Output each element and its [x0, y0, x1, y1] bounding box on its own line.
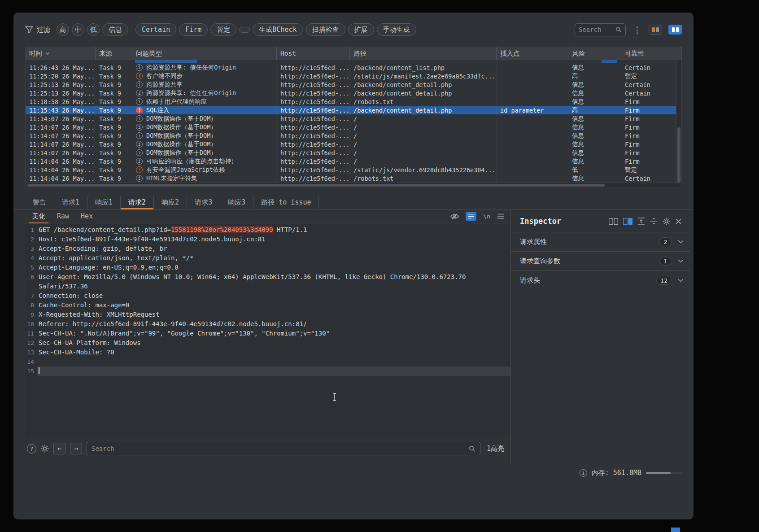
severity-filter-medium[interactable]: 中 [72, 23, 84, 36]
editor-line[interactable]: 12Sec-CH-UA-Platform: Windows [25, 338, 510, 348]
severity-filter-high[interactable]: 高 [57, 23, 69, 36]
editor-line[interactable]: 2Host: c1e5f6ed-891f-443e-9f40-4e59134d7… [25, 235, 510, 244]
editor-line[interactable]: 8Cache-Control: max-age=0 [25, 301, 510, 310]
editor-line[interactable]: 13Sec-CH-UA-Mobile: ?0 [25, 348, 510, 357]
filter-overflow-pill[interactable] [239, 27, 250, 33]
layout-toggle-horizontal-button[interactable] [649, 25, 662, 35]
cell-source: Task 9 [96, 114, 132, 123]
table-vertical-scrollbar-thumb[interactable] [677, 127, 680, 183]
filter-icon[interactable] [25, 26, 33, 34]
severity-filter-info[interactable]: 信息 [102, 23, 128, 36]
issue-row[interactable]: 11:26:43 26 May...Task 9i跨源资源共享: 信任任何Ori… [26, 63, 676, 72]
column-header-confidence[interactable]: 可靠性 [621, 47, 681, 60]
layout-toggle-vertical-button[interactable] [668, 25, 682, 35]
editor-settings-icon[interactable] [41, 445, 49, 453]
editor-line[interactable]: 11Sec-CH-UA: ".Not/A)Brand";v="99", "Goo… [25, 329, 510, 338]
editor-line[interactable]: 5Accept-Language: en-US;q=0.9,en;q=0.8 [25, 263, 510, 272]
issue-row[interactable]: 11:25:13 26 May...Task 9i跨源资源共享: 信任任何Ori… [26, 89, 676, 97]
issue-row[interactable]: 11:14:07 26 May...Task 9iDOM数据操作（基于DOM）h… [26, 131, 676, 140]
editor-line[interactable]: 10Referer: http://c1e5f6ed-891f-443e-9f4… [25, 319, 510, 329]
view-tab-hex[interactable]: Hex [75, 209, 99, 223]
panel-tab-bar: 警告请求1响应1请求2响应2请求3响应3路径 to issue [13, 196, 694, 209]
tab-response2[interactable]: 响应2 [154, 196, 187, 209]
generate-bcheck-button[interactable]: 生成BCheck [253, 23, 303, 36]
inspector-close-icon[interactable] [675, 218, 682, 225]
tab-request3[interactable]: 请求3 [187, 196, 220, 209]
kebab-menu-icon[interactable]: ⋮ [632, 26, 642, 34]
clipped-row-selection [602, 60, 617, 63]
inspector-settings-icon[interactable] [663, 218, 670, 225]
tab-response3[interactable]: 响应3 [220, 196, 253, 209]
tab-response1[interactable]: 响应1 [87, 196, 121, 209]
editor-line[interactable]: 3Accept-Encoding: gzip, deflate, br [25, 244, 510, 253]
collapse-all-icon[interactable] [650, 218, 658, 225]
line-text: Host: c1e5f6ed-891f-443e-9f40-4e59134d7c… [37, 235, 510, 244]
help-icon[interactable]: ? [27, 444, 36, 454]
tab-request1[interactable]: 请求1 [54, 196, 87, 209]
editor-line[interactable]: 15 [25, 366, 510, 376]
confidence-filter-tentative[interactable]: 暂定 [210, 23, 236, 36]
issue-row[interactable]: 11:25:13 26 May...Task 9i跨源资源共享http://c1… [26, 80, 676, 89]
prev-match-button[interactable]: ← [53, 443, 65, 454]
issue-row[interactable]: 11:14:07 26 May...Task 9iDOM数据操作（基于DOM）h… [26, 140, 676, 148]
column-header-host[interactable]: Host [277, 47, 350, 60]
column-header-insertion[interactable]: 插入点 [497, 47, 568, 60]
split-vertical-icon[interactable] [623, 218, 632, 225]
issue-row[interactable]: 11:15:43 26 May...Task 9!SQL注入http://c1e… [26, 106, 676, 114]
issue-row[interactable]: 11:14:04 26 May...Task 9i可响应的响应（潜在的点击劫持）… [26, 157, 676, 166]
request-editor-body[interactable]: 1GET /backend/content_detail.php?id=1558… [25, 223, 510, 437]
table-vertical-scrollbar[interactable] [676, 60, 681, 183]
column-header-time[interactable]: 时间 [26, 47, 96, 60]
next-match-button[interactable]: → [70, 443, 82, 454]
inspector-section-request-attributes[interactable]: 请求属性2 [511, 232, 690, 252]
editor-line[interactable]: 6User-Agent: Mozilla/5.0 (Windows NT 10.… [25, 272, 510, 291]
toolbar-search-input[interactable] [579, 26, 613, 33]
issue-table: 时间来源问题类型Host路径插入点风险可靠性 11:26:43 26 May..… [25, 47, 682, 187]
view-tab-raw[interactable]: Raw [51, 209, 75, 223]
tab-advisory[interactable]: 警告 [25, 196, 54, 209]
confidence-filter-firm[interactable]: Firm [179, 23, 208, 36]
inspector-section-request-query-params[interactable]: 请求查询参数1 [511, 252, 690, 271]
expand-all-icon[interactable] [637, 218, 645, 225]
issue-row[interactable]: 11:25:20 26 May...Task 9?客户端不同步http://c1… [26, 72, 676, 80]
eye-off-icon[interactable] [450, 213, 459, 220]
column-header-risk[interactable]: 风险 [568, 47, 621, 60]
column-header-issue[interactable]: 问题类型 [132, 47, 277, 60]
editor-line[interactable]: 7Connection: close [25, 291, 510, 301]
memory-info-icon: i [580, 469, 587, 477]
extensions-button[interactable]: 扩展 [348, 23, 374, 36]
issue-row[interactable]: 11:14:07 26 May...Task 9iDOM数据操作（基于DOM）h… [26, 123, 676, 131]
tab-request2[interactable]: 请求2 [121, 196, 154, 209]
editor-search-input[interactable] [92, 445, 465, 452]
scan-check-button[interactable]: 扫描检查 [306, 23, 345, 36]
manual-generate-button[interactable]: 手动生成 [377, 23, 416, 36]
inspector-section-request-headers[interactable]: 请求头12 [511, 271, 690, 290]
issue-label: 依赖于用户代理的响应 [146, 98, 207, 106]
confidence-filter-certain[interactable]: Certain [135, 23, 176, 36]
editor-line[interactable]: 14 [25, 357, 510, 366]
split-horizontal-icon[interactable] [609, 218, 618, 225]
issue-row[interactable]: 11:14:07 26 May...Task 9iDOM数据操作（基于DOM）h… [26, 148, 676, 157]
editor-menu-icon[interactable] [497, 214, 504, 219]
column-header-source[interactable]: 来源 [96, 47, 132, 60]
toolbar-search[interactable] [575, 23, 626, 36]
editor-line[interactable]: 1GET /backend/content_detail.php?id=1558… [25, 225, 510, 235]
table-horizontal-scrollbar[interactable] [26, 183, 681, 187]
table-horizontal-scrollbar-thumb[interactable] [27, 184, 605, 187]
view-tab-pretty[interactable]: 美化 [26, 209, 51, 223]
tab-path-to-issue[interactable]: 路径 to issue [253, 196, 319, 209]
severity-filter-low[interactable]: 低 [87, 23, 100, 36]
editor-line[interactable]: 4Accept: application/json, text/plain, *… [25, 253, 510, 263]
issue-row[interactable]: 11:18:58 26 May...Task 9i依赖于用户代理的响应http:… [26, 97, 676, 106]
editor-search-input-box[interactable] [87, 442, 480, 455]
issue-row[interactable]: 11:14:04 26 May...Task 9?有安全漏洞JavaScript… [26, 166, 676, 174]
highlight-count-label[interactable]: 1高亮 [485, 445, 504, 453]
column-header-path[interactable]: 路径 [350, 47, 497, 60]
issue-row[interactable]: 11:14:04 26 May...Task 9iHTML未指定字符集http:… [26, 174, 676, 183]
wrap-toggle-icon[interactable] [466, 212, 476, 221]
memory-slider[interactable] [646, 472, 682, 474]
memory-slider-thumb[interactable] [646, 472, 671, 474]
newline-toggle[interactable]: \n [483, 213, 490, 220]
issue-row[interactable]: 11:14:07 26 May...Task 9iDOM数据操作（基于DOM）h… [26, 114, 676, 123]
editor-line[interactable]: 9X-Requested-With: XMLHttpRequest [25, 310, 510, 319]
